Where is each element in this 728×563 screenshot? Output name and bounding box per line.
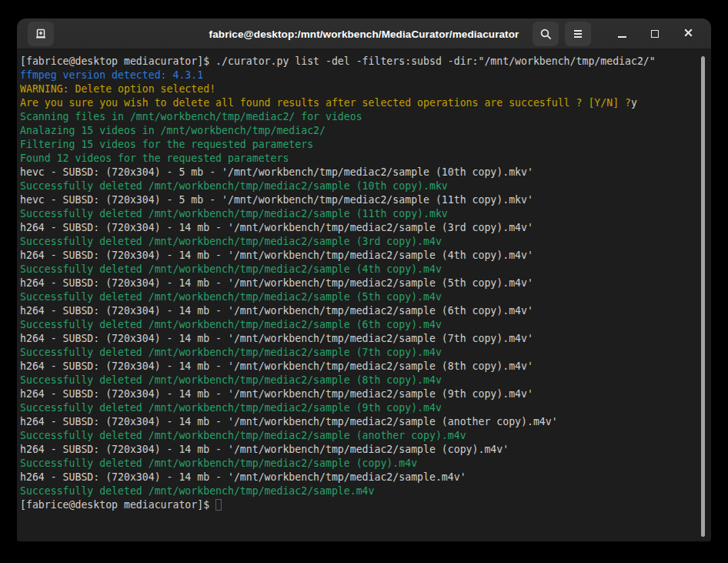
terminal-line: hevc - SUBSD: (720x304) - 5 mb - '/mnt/w… [20, 193, 711, 207]
terminal-line: h264 - SUBSD: (720x304) - 14 mb - '/mnt/… [20, 249, 711, 263]
terminal-line: Found 12 videos for the requested parame… [20, 152, 711, 166]
minimize-button[interactable] [609, 22, 634, 46]
close-button[interactable] [676, 22, 700, 46]
menu-button[interactable] [565, 22, 591, 46]
scrollbar-thumb[interactable] [701, 56, 705, 537]
titlebar[interactable]: fabrice@desktop:/mnt/workbench/MediaCura… [17, 18, 711, 49]
terminal-output: [fabrice@desktop mediacurator]$ ./curato… [20, 55, 711, 512]
terminal-line: h264 - SUBSD: (720x304) - 14 mb - '/mnt/… [20, 443, 711, 457]
terminal-line: h264 - SUBSD: (720x304) - 14 mb - '/mnt/… [20, 415, 711, 429]
terminal-line: h264 - SUBSD: (720x304) - 14 mb - '/mnt/… [20, 221, 711, 235]
terminal-line: Successfully deleted /mnt/workbench/tmp/… [20, 207, 711, 221]
window-title: fabrice@desktop:/mnt/workbench/MediaCura… [17, 18, 711, 49]
search-icon [539, 28, 553, 41]
new-tab-button[interactable] [28, 22, 54, 46]
terminal-line: Scanning files in /mnt/workbench/tmp/med… [20, 110, 711, 124]
terminal-window: fabrice@desktop:/mnt/workbench/MediaCura… [17, 18, 711, 541]
terminal-line: ffmpeg version detected: 4.3.1 [20, 69, 711, 82]
terminal-line: [fabrice@desktop mediacurator]$ ./curato… [20, 55, 711, 69]
menu-icon [573, 29, 583, 39]
terminal-line: Filtering 15 videos for the requested pa… [20, 138, 711, 152]
new-tab-icon [34, 27, 48, 41]
maximize-button[interactable] [643, 22, 667, 46]
terminal-line: h264 - SUBSD: (720x304) - 14 mb - '/mnt/… [20, 471, 711, 484]
terminal-line: Successfully deleted /mnt/workbench/tmp/… [20, 401, 711, 415]
terminal-line: h264 - SUBSD: (720x304) - 14 mb - '/mnt/… [20, 360, 711, 374]
terminal-line: Successfully deleted /mnt/workbench/tmp/… [20, 374, 711, 387]
terminal-line: h264 - SUBSD: (720x304) - 14 mb - '/mnt/… [20, 304, 711, 318]
terminal-line: Successfully deleted /mnt/workbench/tmp/… [20, 290, 711, 304]
terminal-line: Successfully deleted /mnt/workbench/tmp/… [20, 179, 711, 193]
maximize-icon [651, 30, 659, 38]
terminal-line: Successfully deleted /mnt/workbench/tmp/… [20, 429, 711, 443]
close-icon [683, 28, 693, 40]
terminal-screen[interactable]: [fabrice@desktop mediacurator]$ ./curato… [17, 50, 711, 541]
minimize-icon [618, 36, 626, 38]
terminal-line: Successfully deleted /mnt/workbench/tmp/… [20, 263, 711, 276]
scrollbar-track [700, 55, 706, 538]
terminal-line: h264 - SUBSD: (720x304) - 14 mb - '/mnt/… [20, 332, 711, 346]
terminal-line: hevc - SUBSD: (720x304) - 5 mb - '/mnt/w… [20, 166, 711, 179]
terminal-line: Analazing 15 videos in /mnt/workbench/tm… [20, 124, 711, 138]
terminal-line: Are you sure you wish to delete all foun… [20, 96, 711, 110]
terminal-line: Successfully deleted /mnt/workbench/tmp/… [20, 457, 711, 471]
terminal-line: h264 - SUBSD: (720x304) - 14 mb - '/mnt/… [20, 387, 711, 401]
terminal-line: [fabrice@desktop mediacurator]$ [20, 498, 711, 512]
search-button[interactable] [533, 22, 559, 46]
terminal-line: Successfully deleted /mnt/workbench/tmp/… [20, 346, 711, 360]
terminal-line: Successfully deleted /mnt/workbench/tmp/… [20, 484, 711, 498]
terminal-line: Successfully deleted /mnt/workbench/tmp/… [20, 235, 711, 249]
terminal-line: Successfully deleted /mnt/workbench/tmp/… [20, 318, 711, 332]
terminal-line: WARNING: Delete option selected! [20, 82, 711, 96]
terminal-line: h264 - SUBSD: (720x304) - 14 mb - '/mnt/… [20, 276, 711, 290]
terminal-cursor [215, 499, 222, 511]
